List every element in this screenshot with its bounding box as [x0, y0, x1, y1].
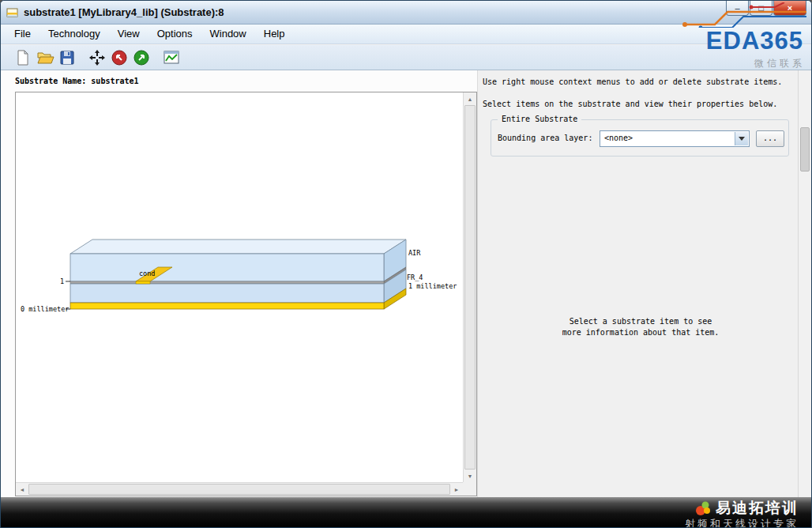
panel-scroll-thumb[interactable]: [800, 127, 810, 172]
air-layer[interactable]: [70, 254, 384, 281]
open-folder-icon[interactable]: [34, 47, 56, 68]
entire-substrate-group: Entire Substrate Bounding area layer: <n…: [491, 119, 789, 157]
menu-help[interactable]: Help: [255, 25, 294, 43]
app-icon: [6, 6, 19, 19]
dropdown-arrow-button[interactable]: [735, 132, 748, 145]
save-icon[interactable]: [56, 47, 78, 68]
training-tagline: 射频和天线设计专家: [685, 517, 799, 528]
canvas-vertical-scrollbar[interactable]: ▲ ▼: [463, 92, 476, 482]
entire-substrate-title: Entire Substrate: [498, 115, 581, 123]
substrate-editor-window: substrate1 [MyLibrary4_lib] (Substrate):…: [0, 0, 812, 528]
pan-icon[interactable]: [86, 47, 108, 68]
scrollbar-corner: [463, 482, 476, 496]
cond-label: cond: [139, 270, 155, 277]
menu-window[interactable]: Window: [201, 25, 255, 43]
selection-info-text: Select a substrate item to see more info…: [506, 316, 775, 338]
scroll-down-arrow[interactable]: ▼: [464, 470, 476, 482]
scroll-left-arrow[interactable]: ◄: [16, 483, 28, 496]
canvas-horizontal-scrollbar[interactable]: ◄ ►: [16, 482, 463, 496]
chevron-down-icon: [739, 137, 745, 144]
context-menu-hint: Use right mouse context menus to add or …: [483, 77, 782, 86]
scroll-up-arrow[interactable]: ▲: [464, 92, 476, 105]
bounding-area-dropdown[interactable]: <none>: [600, 130, 750, 147]
training-logo-text: 易迪拓培训: [716, 498, 799, 519]
left-index-label: 1: [60, 277, 64, 285]
menu-view[interactable]: View: [109, 25, 148, 43]
bounding-area-label: Bounding area layer:: [498, 134, 592, 142]
panel-vertical-scrollbar[interactable]: [798, 70, 811, 497]
close-button[interactable]: ×: [773, 1, 806, 16]
vertical-scroll-thumb[interactable]: [464, 105, 476, 470]
air-label: AIR: [408, 249, 421, 257]
maximize-button[interactable]: □: [750, 1, 773, 16]
menu-bar: File Technology View Options Window Help: [1, 25, 811, 44]
zoom-in-icon[interactable]: [130, 47, 152, 68]
training-logo-icon: [695, 500, 711, 516]
bottom-watermark-bar: 易迪拓培训 射频和天线设计专家: [1, 497, 811, 527]
window-controls: – □ ×: [725, 1, 806, 16]
ground-plane-layer[interactable]: [70, 303, 384, 309]
fr4-layer[interactable]: [70, 284, 384, 303]
window-title: substrate1 [MyLibrary4_lib] (Substrate):…: [24, 1, 224, 25]
substrate-name-row: Substrate Name: substrate1: [15, 77, 139, 85]
menu-options[interactable]: Options: [148, 25, 201, 43]
substrate-name-value: substrate1: [91, 77, 138, 85]
toolbar: [1, 45, 811, 70]
substrate-canvas[interactable]: cond AIR FR_4 1 millimeter 1 0 millimete…: [15, 92, 477, 496]
selection-info-line1: Select a substrate item to see: [506, 316, 775, 327]
cond-sheet-layer[interactable]: [70, 281, 384, 284]
substrate-3d-diagram[interactable]: cond AIR FR_4 1 millimeter 1 0 millimete…: [16, 92, 463, 482]
title-bar: substrate1 [MyLibrary4_lib] (Substrate):…: [1, 1, 811, 25]
fr4-label: FR_4: [407, 273, 423, 281]
right-height-label: 1 millimeter: [408, 282, 457, 290]
minimize-button[interactable]: –: [726, 1, 749, 16]
bottom-height-label: 0 millimeter: [21, 305, 69, 313]
horizontal-scroll-thumb[interactable]: [28, 484, 450, 495]
air-layer-top-face[interactable]: [70, 239, 406, 254]
cond-trace-front-edge[interactable]: [136, 281, 150, 284]
training-watermark: 易迪拓培训 射频和天线设计专家: [685, 498, 799, 528]
substrate-name-label: Substrate Name:: [15, 77, 86, 85]
zoom-out-icon[interactable]: [108, 47, 130, 68]
browse-layer-button[interactable]: ...: [756, 130, 784, 147]
new-file-icon[interactable]: [12, 47, 34, 68]
plot-icon[interactable]: [160, 47, 182, 68]
selection-info-line2: more information about that item.: [506, 327, 775, 338]
menu-technology[interactable]: Technology: [39, 25, 109, 43]
scroll-right-arrow[interactable]: ►: [450, 483, 463, 496]
menu-file[interactable]: File: [6, 25, 39, 43]
select-items-hint: Select items on the substrate and view t…: [483, 100, 777, 108]
bounding-area-value: <none>: [604, 134, 633, 142]
